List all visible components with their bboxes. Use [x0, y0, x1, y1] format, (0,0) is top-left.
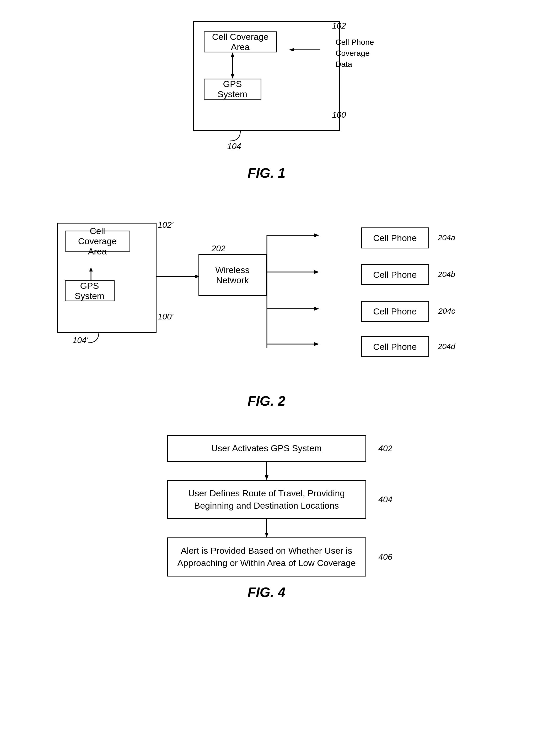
fig2-phone-box-4: Cell Phone — [361, 336, 429, 357]
fig2-wireless-line2: Network — [215, 275, 249, 285]
svg-marker-13 — [314, 270, 319, 274]
svg-marker-20 — [265, 475, 268, 480]
fig2-ref-102: 102' — [158, 220, 174, 230]
fig4-step-1: User Activates GPS System 402 — [167, 435, 366, 462]
fig4-step3-text: Alert is Provided Based on Whether User … — [177, 545, 355, 569]
fig4-ref-404: 404 — [378, 495, 392, 504]
fig4-ref-406: 406 — [378, 552, 392, 562]
fig1-gps-label: GPS System — [210, 79, 255, 99]
fig2-label: FIG. 2 — [247, 393, 285, 409]
fig1-label: FIG. 1 — [247, 165, 285, 181]
fig4-box-1: User Activates GPS System — [167, 435, 366, 462]
fig2-ref-104: 104' — [72, 336, 88, 345]
fig2-gps-label: GPS System — [71, 281, 108, 301]
fig1-cell-coverage-box: Cell Coverage Area — [204, 32, 277, 52]
fig2-phone-box-1: Cell Phone — [361, 228, 429, 248]
fig2-phone-box-2: Cell Phone — [361, 264, 429, 285]
svg-marker-5 — [89, 267, 93, 271]
fig2-phone-ref-1: 204a — [438, 233, 455, 242]
fig2-wireless-line1: Wireless — [215, 265, 249, 275]
fig4-ref-402: 402 — [378, 444, 392, 453]
fig1-gps-system-box: GPS System — [204, 79, 261, 99]
fig1-ref-100: 100 — [332, 110, 346, 120]
svg-marker-2 — [231, 74, 235, 79]
figure-1-section: Cell Coverage Area GPS System 102 Cell P… — [26, 16, 507, 181]
fig2-cell-coverage-box: Cell Coverage Area — [65, 230, 130, 252]
fig4-arrow-2 — [263, 519, 270, 537]
fig4-diagram: User Activates GPS System 402 User Defin… — [149, 435, 385, 577]
fig2-cell-coverage-label: Cell Coverage Area — [71, 226, 124, 256]
svg-marker-17 — [314, 342, 319, 346]
fig2-arrow-phone2 — [266, 268, 319, 276]
fig2-phone-box-3: Cell Phone — [361, 301, 429, 322]
svg-marker-0 — [231, 52, 235, 57]
fig2-arrow-phone1 — [266, 231, 319, 239]
figure-2-section: Cell Coverage Area GPS System 102' 100' — [26, 202, 507, 409]
fig1-cell-coverage-label: Cell Coverage Area — [210, 32, 271, 52]
fig1-horizontal-arrow — [289, 47, 321, 52]
fig2-vertical-connector — [266, 235, 268, 348]
fig2-gps-box: GPS System — [65, 281, 115, 301]
fig4-box-2: User Defines Route of Travel, Providing … — [167, 480, 366, 519]
fig2-phone-ref-4: 204d — [438, 342, 455, 351]
fig4-step-2: User Defines Route of Travel, Providing … — [167, 480, 366, 519]
fig1-ref-104: 104 — [227, 142, 241, 151]
fig2-diagram: Cell Coverage Area GPS System 102' 100' — [57, 207, 476, 385]
fig2-arrow-phone3 — [266, 305, 319, 312]
fig2-phone-ref-3: 204c — [438, 307, 455, 315]
svg-marker-15 — [314, 307, 319, 310]
svg-marker-22 — [265, 533, 268, 537]
fig4-label: FIG. 4 — [247, 584, 285, 600]
fig2-ref-100: 100' — [158, 312, 174, 321]
fig1-vertical-arrow — [229, 52, 237, 79]
svg-marker-4 — [289, 48, 294, 51]
fig4-arrow-1 — [263, 462, 270, 480]
fig4-step2-text: User Defines Route of Travel, Providing … — [188, 487, 345, 512]
fig2-phone-ref-2: 204b — [438, 270, 455, 279]
fig1-external-label: Cell Phone Coverage Data — [336, 37, 374, 70]
fig2-left-to-wireless-arrow — [156, 273, 200, 281]
fig1-ref-102: 102 — [332, 21, 346, 31]
fig4-step1-text: User Activates GPS System — [211, 442, 322, 455]
fig2-ref-202: 202 — [211, 244, 225, 254]
fig4-box-3: Alert is Provided Based on Whether User … — [167, 537, 366, 577]
figure-4-section: User Activates GPS System 402 User Defin… — [26, 430, 507, 600]
fig4-step-3: Alert is Provided Based on Whether User … — [167, 537, 366, 577]
fig2-wireless-box: Wireless Network — [198, 254, 266, 296]
fig1-diagram: Cell Coverage Area GPS System 102 Cell P… — [162, 21, 372, 157]
fig2-arrow-phone4 — [266, 340, 319, 348]
svg-marker-11 — [314, 233, 319, 237]
